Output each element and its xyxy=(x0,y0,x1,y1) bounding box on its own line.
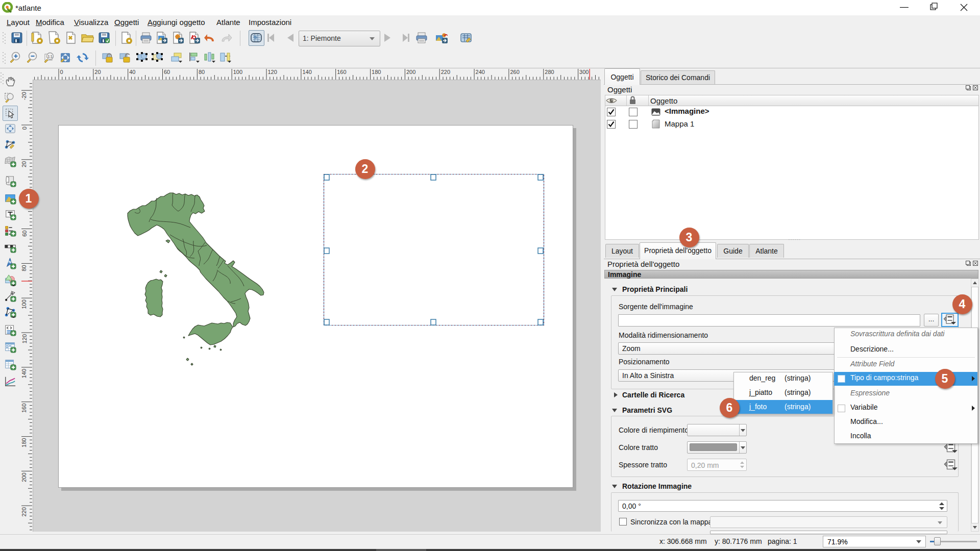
svg-text:200: 200 xyxy=(21,472,28,482)
svg-text:60: 60 xyxy=(164,69,170,75)
svg-text:160: 160 xyxy=(337,69,346,75)
svg-text:120: 120 xyxy=(21,334,28,343)
svg-text:0: 0 xyxy=(60,69,63,75)
svg-text:20: 20 xyxy=(21,161,28,167)
svg-text:80: 80 xyxy=(199,69,205,75)
svg-text:40: 40 xyxy=(129,69,135,75)
svg-text:220: 220 xyxy=(441,69,450,75)
svg-text:0: 0 xyxy=(21,127,28,130)
svg-text:280: 280 xyxy=(545,69,554,75)
svg-text:180: 180 xyxy=(372,69,381,75)
svg-text:N: N xyxy=(9,260,11,264)
svg-text:300: 300 xyxy=(579,69,589,75)
svg-text:140: 140 xyxy=(21,369,28,378)
svg-text:260: 260 xyxy=(510,69,519,75)
svg-text:80: 80 xyxy=(21,265,28,271)
svg-text:60: 60 xyxy=(21,231,28,237)
svg-text:200: 200 xyxy=(406,69,415,75)
svg-text:240: 240 xyxy=(476,69,485,75)
svg-text:160: 160 xyxy=(21,404,28,413)
svg-text:100: 100 xyxy=(233,69,242,75)
svg-text:120: 120 xyxy=(268,69,277,75)
svg-text:100: 100 xyxy=(21,299,28,309)
svg-text:1:1: 1:1 xyxy=(47,55,52,58)
svg-text:140: 140 xyxy=(302,69,311,75)
svg-text:20: 20 xyxy=(94,69,101,75)
svg-text:-20: -20 xyxy=(21,92,28,100)
svg-text:180: 180 xyxy=(21,438,28,447)
svg-text:220: 220 xyxy=(21,507,28,516)
